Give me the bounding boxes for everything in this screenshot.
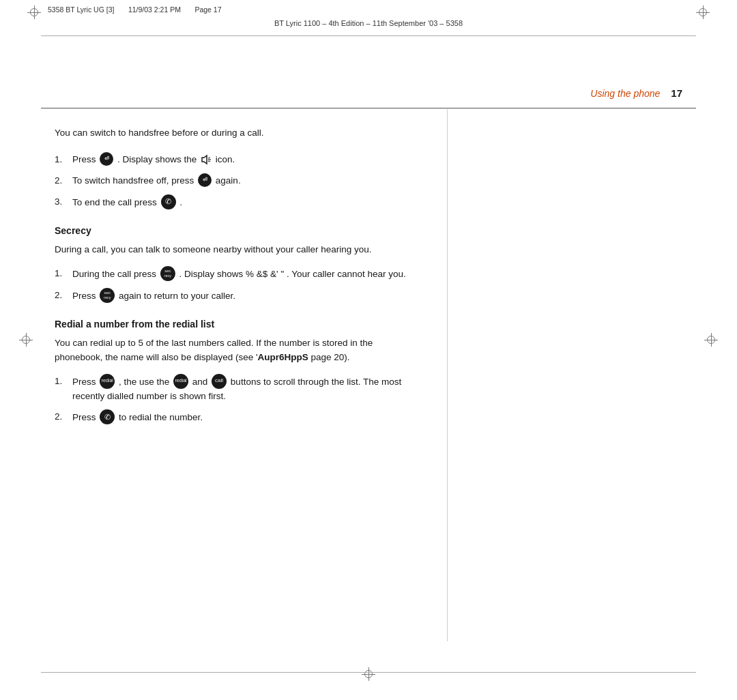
header-page-ref: Page 17 [194,5,221,14]
secrecy-step-1: 1. During the call press sec recy . Disp… [55,267,423,282]
crosshair-right [704,333,718,347]
svg-line-3 [208,161,210,162]
handsfree-icon-1: ⏎ [100,152,113,166]
redial-icon-2: redial [173,374,188,389]
secrecy-title: Secrecy [55,225,423,236]
redial-step-num-1: 1. [55,375,67,389]
redial-step-1: 1. Press redial , the use the redial and… [55,375,423,404]
redial-title: Redial a number from the redial list [55,319,423,330]
secrecy-icon-1: sec recy [160,266,175,281]
call-icon: call [212,374,227,389]
bottom-divider [41,672,696,673]
redial-reference: Aupr6HppS [258,352,308,362]
step-2-text: To switch handsfree off, press ⏎ again. [72,174,241,188]
header-print-info: 5358 BT Lyric UG [3] 11/9/03 2:21 PM Pag… [48,5,222,14]
end-call-icon-1: ✆ [161,194,176,209]
step-num-2: 2. [55,174,67,188]
header-date: 11/9/03 2:21 PM [128,5,181,14]
secrecy-step-num-2: 2. [55,289,67,303]
secrecy-icon-2: sec recy [100,288,115,303]
section-divider [41,108,696,108]
step-2: 2. To switch handsfree off, press ⏎ agai… [55,174,423,188]
redial-section: Redial a number from the redial list You… [55,319,423,426]
svg-line-1 [208,158,210,158]
end-call-icon-2: ✆ [100,409,115,424]
speaker-icon [201,154,212,165]
step-num-1: 1. [55,153,67,167]
redial-intro: You can redial up to 5 of the last numbe… [55,336,423,365]
secrecy-step-1-text: During the call press sec recy . Display… [72,267,406,282]
secrecy-step-2-text: Press sec recy again to return to your c… [72,289,235,304]
header-file: 5358 BT Lyric UG [3] [48,5,114,14]
redial-step-2: 2. Press ✆ to redial the number. [55,410,423,425]
intro-paragraph: You can switch to handsfree before or du… [55,126,423,141]
crosshair-top-right [696,5,710,19]
redial-step-num-2: 2. [55,410,67,424]
redial-icon-1: redial [100,374,115,389]
secrecy-section: Secrecy During a call, you can talk to s… [55,225,423,304]
section-title-label: Using the phone [590,88,660,99]
redial-step-1-text: Press redial , the use the redial and ca… [72,375,423,404]
page-number: 17 [671,87,682,99]
secrecy-intro: During a call, you can talk to someone n… [55,243,423,257]
main-content-area: You can switch to handsfree before or du… [55,126,423,432]
step-1-text: Press ⏎ . Display shows the icon. [72,153,235,167]
header-subtitle: BT Lyric 1100 – 4th Edition – 11th Septe… [0,19,737,27]
section-header: Using the phone 17 [590,87,682,99]
redial-step-2-text: Press ✆ to redial the number. [72,410,203,425]
secrecy-step-2: 2. Press sec recy again to return to you… [55,289,423,304]
secrecy-step-num-1: 1. [55,267,67,281]
step-3: 3. To end the call press ✆ . [55,195,423,210]
crosshair-bottom [0,667,737,681]
step-3-text: To end the call press ✆ . [72,195,182,210]
step-num-3: 3. [55,195,67,209]
svg-marker-0 [202,156,207,164]
step-1: 1. Press ⏎ . Display shows the icon. [55,153,423,167]
crosshair-left [19,333,33,347]
crosshair-top-left [27,5,41,19]
redial-steps-list: 1. Press redial , the use the redial and… [55,375,423,426]
header-divider [41,35,696,36]
handsfree-icon-2: ⏎ [198,173,212,187]
handsfree-steps-list: 1. Press ⏎ . Display shows the icon. [55,153,423,210]
secrecy-steps-list: 1. During the call press sec recy . Disp… [55,267,423,304]
page-container: 5358 BT Lyric UG [3] 11/9/03 2:21 PM Pag… [0,0,737,700]
column-divider [447,109,448,641]
